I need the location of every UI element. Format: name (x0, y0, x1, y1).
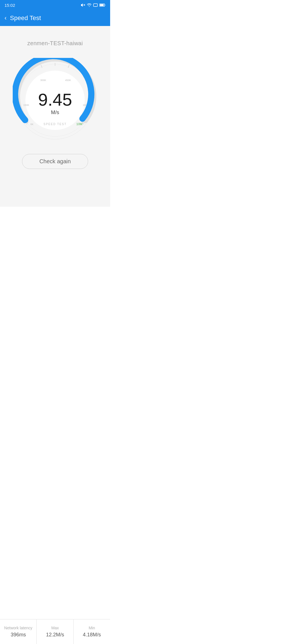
svg-rect-5 (100, 4, 104, 6)
main-content: zenmen-TEST-haiwai (0, 26, 110, 207)
speed-value: 9.45 (38, 91, 72, 108)
speedometer: 0K 150K 300K 450K 1M 10M 9.45 M/s SPEED … (13, 58, 97, 143)
svg-line-14 (68, 65, 69, 68)
svg-text:300K: 300K (40, 79, 46, 82)
page-title: Speed Test (10, 14, 41, 22)
check-again-button[interactable]: Check again (22, 154, 88, 169)
speed-unit: M/s (38, 110, 72, 116)
svg-text:1M: 1M (83, 104, 86, 106)
svg-text:0K: 0K (30, 123, 33, 126)
speed-test-label: SPEED TEST (43, 123, 67, 126)
svg-text:10M: 10M (76, 122, 82, 126)
status-time: 15:02 (5, 3, 15, 8)
screen-icon (93, 3, 98, 7)
svg-text:150K: 150K (23, 104, 29, 106)
network-name: zenmen-TEST-haiwai (27, 40, 83, 47)
speed-display: 9.45 M/s (38, 91, 72, 116)
mute-icon (81, 3, 85, 7)
status-icons (81, 3, 106, 7)
svg-rect-2 (93, 4, 97, 6)
status-bar: 15:02 (0, 0, 110, 10)
battery-icon (99, 3, 106, 7)
svg-text:450K: 450K (65, 79, 71, 82)
wifi-icon (87, 3, 91, 7)
back-button[interactable]: ‹ (5, 14, 6, 22)
app-bar: ‹ Speed Test (0, 10, 110, 26)
svg-line-12 (41, 65, 42, 68)
